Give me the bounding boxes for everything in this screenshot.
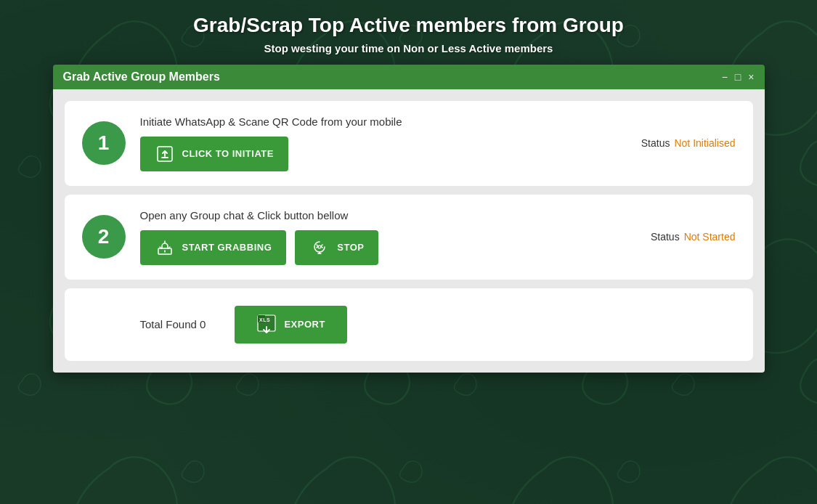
step2-content: Open any Group chat & Click button bello… — [140, 209, 636, 265]
title-bar: Grab Active Group Members − □ × — [53, 65, 765, 89]
app-window: Grab Active Group Members − □ × 1 Initia… — [53, 65, 765, 373]
window-title: Grab Active Group Members — [63, 70, 220, 84]
step2-status-value: Not Started — [684, 231, 736, 243]
svg-point-2 — [318, 245, 321, 248]
stop-icon — [309, 237, 330, 258]
step2-number: 2 — [82, 215, 126, 259]
stop-label: STOP — [337, 242, 364, 253]
step1-content: Initiate WhatsApp & Scane QR Code from y… — [140, 115, 627, 171]
step1-card: 1 Initiate WhatsApp & Scane QR Code from… — [65, 101, 753, 186]
maximize-button[interactable]: □ — [735, 72, 741, 82]
close-button[interactable]: × — [748, 72, 754, 82]
export-icon: XLS — [256, 314, 277, 335]
stop-button[interactable]: STOP — [295, 230, 378, 265]
step1-status: Status Not Initialised — [641, 137, 736, 149]
start-grabbing-icon — [155, 237, 175, 258]
step1-number: 1 — [82, 121, 126, 165]
step2-buttons: START GRABBING — [140, 230, 636, 265]
step2-card: 2 Open any Group chat & Click button bel… — [65, 195, 753, 280]
page-subtitle: Stop westing your time on Non or Less Ac… — [264, 42, 553, 54]
minimize-button[interactable]: − — [722, 72, 728, 82]
start-grabbing-label: START GRABBING — [182, 242, 272, 253]
step1-buttons: CLICK TO INITIATE — [140, 137, 627, 171]
initiate-button-label: CLICK TO INITIATE — [182, 148, 274, 159]
page-title: Grab/Scrap Top Active members from Group — [193, 13, 624, 38]
export-button[interactable]: XLS EXPORT — [235, 306, 346, 344]
content-area: 1 Initiate WhatsApp & Scane QR Code from… — [53, 89, 765, 373]
export-label: EXPORT — [284, 319, 325, 330]
export-area: XLS EXPORT — [235, 306, 346, 344]
export-card: Total Found 0 XLS EXPORT — [65, 288, 753, 361]
step2-status-label: Status — [651, 231, 680, 243]
step2-status: Status Not Started — [651, 231, 736, 243]
total-found-label: Total Found — [140, 318, 197, 330]
page-wrapper: Grab/Scrap Top Active members from Group… — [0, 0, 817, 373]
step1-status-value: Not Initialised — [674, 137, 735, 149]
total-found: Total Found 0 — [82, 318, 206, 330]
step1-status-label: Status — [641, 137, 670, 149]
step1-instruction: Initiate WhatsApp & Scane QR Code from y… — [140, 115, 627, 128]
total-found-value: 0 — [200, 318, 206, 330]
initiate-button[interactable]: CLICK TO INITIATE — [140, 137, 288, 171]
start-grabbing-button[interactable]: START GRABBING — [140, 230, 287, 265]
step2-instruction: Open any Group chat & Click button bello… — [140, 209, 636, 221]
svg-text:XLS: XLS — [259, 317, 270, 322]
window-controls: − □ × — [722, 72, 755, 82]
initiate-icon — [155, 144, 175, 164]
